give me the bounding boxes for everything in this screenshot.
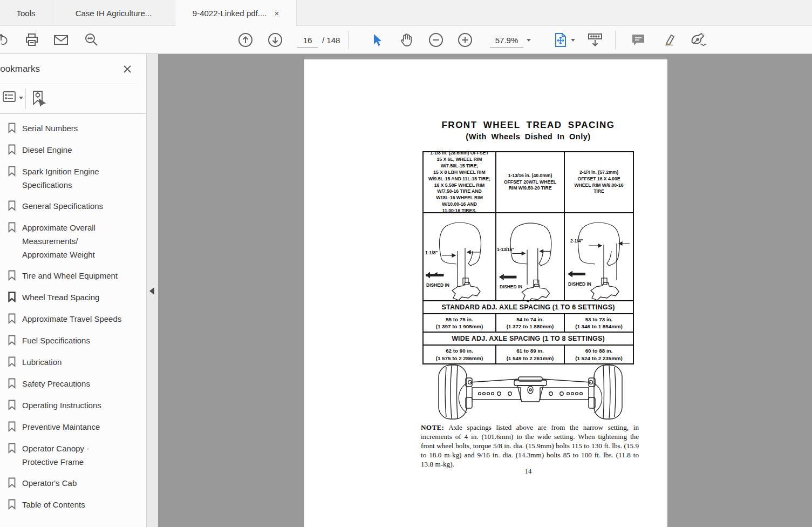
tab-tools-label: Tools	[16, 9, 35, 18]
bookmark-icon	[8, 200, 17, 213]
tab-document-1[interactable]: Case IH Agriculture...	[52, 0, 175, 26]
wide-spacing-header: WIDE ADJ. AXLE SPACING (1 TO 8 SETTINGS)	[424, 333, 633, 346]
bookmarks-options-button[interactable]	[2, 90, 23, 105]
document-viewport[interactable]: FRONT WHEEL TREAD SPACING (With Wheels D…	[158, 54, 812, 527]
page-count-label: / 148	[322, 26, 340, 54]
panel-divider	[0, 113, 147, 114]
bookmark-icon	[8, 144, 17, 157]
print-icon	[24, 32, 39, 48]
bookmark-item-diesel-engine[interactable]: Diesel Engine	[0, 139, 147, 161]
wheel-diagram-cell: 1-13/16" DISHED IN	[496, 213, 565, 300]
front-axle-illustration	[433, 362, 627, 424]
sign-button[interactable]	[690, 31, 708, 49]
bookmark-item-safety-precautions[interactable]: Safety Precautions	[0, 373, 147, 395]
zoom-out-button[interactable]	[427, 31, 445, 49]
note-label: NOTE:	[421, 423, 444, 431]
wheel-cross-section-diagram: 2-1/4" DISHED IN	[565, 220, 633, 307]
page-number-label: 14	[422, 468, 634, 476]
wheel-cross-section-diagram: 1-13/16" DISHED IN	[496, 220, 564, 307]
bookmark-item-lubrication[interactable]: Lubrication	[0, 352, 147, 373]
offset-header-cell: 1-1/8 in. (28.6mm) OFFSET 15 X 6L, WHEEL…	[424, 152, 496, 212]
print-button[interactable]	[23, 31, 41, 49]
page-up-icon	[237, 32, 254, 48]
zoom-in-button[interactable]	[456, 31, 474, 49]
bookmark-item-fuel-specifications[interactable]: Fuel Specifications	[0, 330, 147, 352]
zoom-in-icon	[457, 32, 473, 48]
bookmark-icon	[8, 313, 17, 326]
hand-tool-button[interactable]	[397, 31, 415, 49]
bookmark-item-operators-cab[interactable]: Operator's Cab	[0, 472, 147, 494]
svg-text:DISHED IN: DISHED IN	[426, 282, 449, 288]
tab-document-2-label: 9-4022-Linked pdf....	[193, 9, 267, 18]
tread-spacing-table: 1-1/8 in. (28.6mm) OFFSET 15 X 6L, WHEEL…	[422, 151, 634, 364]
bookmark-item-wheel-tread-spacing[interactable]: Wheel Tread Spacing	[0, 287, 147, 308]
zoom-caret-icon[interactable]	[527, 39, 531, 42]
standard-spacing-cell: 55 to 75 in. (1 397 to 1 905mm)	[424, 314, 496, 332]
bookmark-icon	[8, 335, 17, 348]
go-to-bookmark-button[interactable]	[31, 90, 46, 109]
bookmark-icon	[8, 400, 17, 413]
bookmark-item-preventive-maintance[interactable]: Preventive Maintance	[0, 416, 147, 438]
tab-document-2-active[interactable]: 9-4022-Linked pdf.... ×	[175, 0, 297, 26]
wheel-cross-section-diagram: 1-1/8" DISHED IN	[424, 220, 495, 307]
wide-spacing-cell: 60 to 88 in. (1 524 to 2 235mm)	[565, 346, 633, 363]
bookmark-item-operator-canopy[interactable]: Operator Canopy - Protective Frame	[0, 438, 147, 472]
bookmark-icon-selected	[8, 292, 17, 305]
zoom-out-icon	[428, 32, 444, 48]
bookmark-item-general-specifications[interactable]: General Specifications	[0, 195, 147, 217]
bookmark-icon	[8, 270, 17, 283]
panel-collapse-strip	[147, 54, 158, 527]
bookmark-icon	[8, 222, 17, 261]
svg-text:1-1/8": 1-1/8"	[425, 250, 438, 255]
share-button[interactable]	[0, 31, 13, 49]
share-icon	[0, 32, 12, 48]
highlight-button[interactable]	[659, 31, 678, 49]
select-tool-button[interactable]	[367, 31, 386, 49]
bookmark-item-table-of-contents[interactable]: Table of Contents	[0, 494, 147, 516]
cursor-arrow-icon	[370, 32, 384, 48]
main-toolbar: / 148	[0, 26, 812, 54]
zoom-level-value: 57.9%	[495, 36, 518, 45]
page-subtitle: (With Wheels Dished In Only)	[412, 132, 645, 141]
collapse-panel-arrow-icon[interactable]	[149, 287, 154, 295]
wide-spacing-cell: 62 to 90 in. (1 575 to 2 286mm)	[424, 346, 496, 363]
svg-text:DISHED IN: DISHED IN	[500, 284, 522, 289]
bookmark-item-spark-ignition[interactable]: Spark Ignition Engine Specifications	[0, 161, 147, 195]
bookmark-icon	[8, 123, 17, 136]
email-icon	[53, 32, 69, 48]
pdf-reader-window: Tools Case IH Agriculture... 9-4022-Link…	[0, 0, 812, 527]
pdf-page: FRONT WHEEL TREAD SPACING (With Wheels D…	[304, 59, 667, 527]
next-page-button[interactable]	[266, 31, 284, 49]
collapse-toolbar-icon	[586, 32, 604, 48]
svg-text:2-1/4": 2-1/4"	[570, 238, 583, 244]
bookmark-item-operating-instructions[interactable]: Operating Instructions	[0, 395, 147, 416]
bookmarks-list: Serial Numbers Diesel Engine Spark Ignit…	[0, 118, 147, 516]
note-paragraph: NOTE: Axle spacings listed above are fro…	[421, 423, 639, 469]
sign-pen-icon	[690, 32, 707, 48]
previous-page-button[interactable]	[236, 31, 255, 49]
tab-close-icon[interactable]: ×	[274, 9, 279, 18]
tab-tools[interactable]: Tools	[0, 0, 52, 26]
bookmark-icon	[8, 499, 17, 512]
bookmark-item-serial-numbers[interactable]: Serial Numbers	[0, 118, 147, 139]
bookmarks-panel-title: Bookmarks	[0, 64, 40, 75]
page-fit-caret-icon[interactable]	[571, 39, 575, 42]
email-button[interactable]	[52, 31, 70, 49]
toolbar-divider	[615, 31, 616, 49]
page-number-input[interactable]	[297, 33, 318, 48]
bookmark-item-tire-wheel-equipment[interactable]: Tire and Wheel Equipment	[0, 265, 147, 287]
bookmark-item-approximate-overall[interactable]: Approximate Overall Measurements/ Approx…	[0, 217, 147, 265]
zoom-level-dropdown[interactable]: 57.9%	[490, 33, 523, 48]
collapse-toolbar-button[interactable]	[586, 31, 604, 49]
comment-icon	[630, 32, 646, 48]
find-button[interactable]	[82, 31, 100, 49]
options-list-icon	[2, 90, 16, 105]
page-fit-button[interactable]	[551, 31, 570, 49]
comment-button[interactable]	[629, 31, 647, 49]
bookmark-item-approximate-travel-speeds[interactable]: Approximate Travel Speeds	[0, 308, 147, 330]
tab-bar: Tools Case IH Agriculture... 9-4022-Link…	[0, 0, 812, 26]
bookmarks-close-button[interactable]	[121, 63, 134, 76]
bookmark-icon	[8, 166, 17, 192]
bookmark-icon	[8, 477, 17, 490]
bookmarks-panel: Bookmarks	[0, 54, 147, 527]
